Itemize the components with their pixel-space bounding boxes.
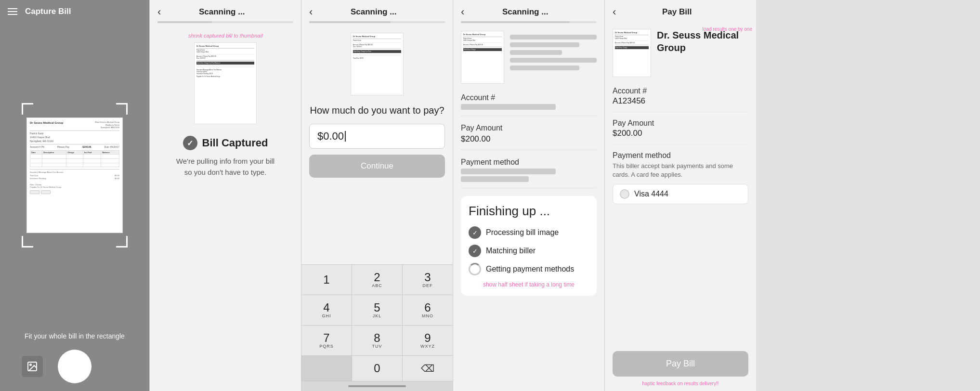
back-button-4[interactable]: ‹	[461, 7, 464, 17]
visa-card-option[interactable]: Visa 4444	[613, 184, 748, 204]
key-8-num: 8	[374, 332, 380, 344]
pay-amount-field-5: Pay Amount $200.00	[613, 119, 748, 144]
hamburger-menu-button[interactable]	[8, 8, 17, 15]
screen2-title: Scanning ...	[161, 7, 283, 17]
bill-info-row: Dr Seuss Medical Group Patrick Kartz 144…	[461, 31, 597, 84]
back-button[interactable]: ‹	[157, 7, 161, 17]
corner-tl	[22, 103, 33, 115]
key-0[interactable]: 0	[352, 356, 402, 381]
step-2-icon: ✓	[469, 245, 481, 257]
bill-logo-text: Dr Seuss Medical Group	[30, 121, 63, 129]
payment-question: How much do you want to pay?	[309, 105, 445, 116]
pay-bill-button[interactable]: Pay Bill	[613, 351, 748, 377]
amount-input-display[interactable]: $0.00	[309, 124, 445, 149]
bill-thumbnail: Dr Seuss Medical Group Patrick Kartz 144…	[194, 42, 257, 124]
biller-info-row: Dr Seuss Medical Group Patrick Kartz 144…	[613, 29, 748, 77]
key-6[interactable]: 6 MNO	[403, 295, 453, 325]
key-7[interactable]: 7 PQRS	[301, 326, 352, 355]
bill-total-value: $0.06	[115, 174, 119, 177]
finishing-up-panel: Finishing up ... ✓ Processing bill image…	[461, 196, 597, 296]
card-name: Visa 4444	[634, 190, 668, 198]
key-5-letters: JKL	[373, 313, 382, 318]
screen2-content: shrink captured bill to thumbnail Dr Seu…	[150, 23, 301, 391]
screen3-content: Dr Seuss Medical Group Patrick Kartz Acc…	[301, 23, 453, 264]
key-4-num: 4	[323, 302, 329, 313]
account-skeleton	[461, 104, 556, 110]
viewfinder-hint: Fit your whole bill in the rectangle	[0, 327, 149, 342]
bill-captured-status: ✓ Bill Captured	[183, 136, 268, 150]
key-9-num: 9	[424, 332, 431, 344]
pay-amount-field-value: $200.00	[461, 134, 597, 144]
key-8[interactable]: 8 TUV	[352, 326, 402, 355]
key-5[interactable]: 5 JKL	[352, 295, 402, 325]
bill-ins-value: $0.00	[115, 177, 119, 180]
payment-method-field-label: Payment method	[461, 158, 597, 167]
skeleton-2	[510, 42, 579, 47]
viewfinder-area: Dr Seuss Medical Group Main Doctors Medi…	[0, 23, 149, 327]
bill-total-label: Total Due:	[30, 174, 39, 177]
key-9[interactable]: 9 WXYZ	[403, 326, 453, 355]
bill-divider	[30, 130, 119, 131]
back-button-5[interactable]: ‹	[613, 7, 616, 17]
bill-captured-subtitle: We're pulling info from your bill so you…	[172, 156, 278, 178]
bill-payable: Payable To: Dr Seuss Medical Group	[30, 186, 62, 188]
key-delete[interactable]: ⌫	[403, 356, 453, 381]
payment-amount-screen: ‹ Scanning ... Dr Seuss Medical Group Pa…	[301, 0, 453, 391]
key-3-letters: DEF	[423, 283, 433, 288]
skeleton-5	[510, 65, 579, 70]
patient-label: Patrick Kartz	[30, 132, 43, 135]
key-2[interactable]: 2 ABC	[352, 265, 402, 295]
please-pay: Please Pay	[57, 145, 69, 149]
payment-method-section: Payment method This biller accept bank p…	[613, 151, 748, 204]
key-0-num: 0	[374, 363, 380, 374]
continue-button[interactable]: Continue	[309, 155, 445, 178]
annotation-load: load results one by one	[703, 26, 752, 32]
footer-logo1	[30, 190, 39, 194]
haptic-feedback-note: haptic feedback on results delivery!!	[613, 381, 748, 386]
pm-skeleton-1	[461, 169, 556, 174]
screen4-content: Dr Seuss Medical Group Patrick Kartz 144…	[453, 23, 604, 391]
screen5-content: Dr Seuss Medical Group Patrick Kartz 144…	[605, 21, 756, 391]
key-7-num: 7	[323, 332, 329, 344]
scanning-data-screen: ‹ Scanning ... Dr Seuss Medical Group Pa…	[453, 0, 604, 391]
bill-table: DateDescriptionChargeIns PaidBalance	[30, 150, 119, 167]
account-field: Account #	[461, 93, 597, 116]
key-2-num: 2	[374, 272, 380, 283]
account-label-5: Account #	[613, 87, 748, 95]
footer-logo2	[41, 190, 51, 194]
step-1-icon: ✓	[469, 226, 481, 239]
key-3[interactable]: 3 DEF	[403, 265, 453, 295]
bill-thumbnail-3: Dr Seuss Medical Group Patrick Kartz Acc…	[351, 33, 404, 95]
show-half-sheet-link[interactable]: show half sheet if taking a long time	[469, 281, 589, 288]
pm-description: This biller accept bank payments and som…	[613, 162, 748, 179]
payment-method-field: Payment method	[461, 158, 597, 188]
key-6-letters: MNO	[422, 313, 433, 318]
pay-amount-label-5: Pay Amount	[613, 119, 748, 128]
capture-button[interactable]	[58, 350, 91, 383]
step-1: ✓ Processing bill image	[469, 226, 589, 239]
key-5-num: 5	[374, 302, 380, 313]
screen2-nav: ‹ Scanning ...	[150, 0, 301, 21]
key-7-letters: PQRS	[319, 344, 334, 349]
screen3-title: Scanning ...	[313, 7, 434, 17]
step-1-label: Processing bill image	[486, 228, 559, 237]
key-1[interactable]: 1	[301, 265, 352, 295]
back-button-3[interactable]: ‹	[309, 7, 313, 17]
screen5-nav: ‹ Pay Bill	[605, 0, 756, 21]
corner-bl	[22, 236, 33, 248]
pay-amount-value-5: $200.00	[613, 129, 748, 138]
bill-thumbnail-4: Dr Seuss Medical Group Patrick Kartz 144…	[461, 31, 504, 84]
gallery-button[interactable]	[22, 356, 43, 377]
screen4-title: Scanning ...	[464, 7, 586, 17]
key-6-num: 6	[424, 302, 431, 313]
pm-skeleton-2	[461, 176, 529, 182]
pm-label-5: Payment method	[613, 151, 748, 160]
bill-amount: $200.06	[82, 145, 91, 149]
cursor-blink	[345, 131, 346, 142]
home-bar	[348, 385, 406, 387]
capture-bill-screen: Capture Bill Dr Seuss Medical Group Main…	[0, 0, 149, 391]
account-field-label: Account #	[461, 93, 597, 102]
key-4[interactable]: 4 GHI	[301, 295, 352, 325]
home-indicator	[301, 381, 453, 391]
screen4-nav: ‹ Scanning ...	[453, 0, 604, 21]
